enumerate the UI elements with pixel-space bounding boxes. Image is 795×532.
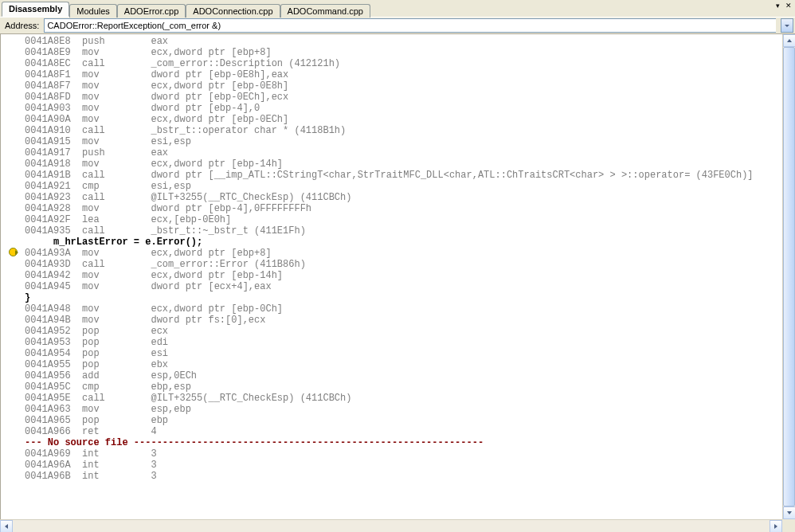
line-text: 0041A96B int 3 [25, 471, 179, 482]
disasm-line[interactable]: 0041A945 mov dword ptr [ecx+4],eax [1, 281, 794, 292]
line-text: 0041A915 mov esi,esp [25, 136, 197, 147]
line-text: 0041A90A mov ecx,dword ptr [ebp-0ECh] [25, 114, 294, 125]
line-text: 0041A92F lea ecx,[ebp-0E0h] [25, 214, 237, 225]
line-text: m_hrLastError = e.Error(); [25, 237, 202, 248]
line-text: 0041A93D call _com_error::Error (411B86h… [25, 259, 311, 270]
scroll-up-button[interactable] [783, 34, 795, 47]
disasm-line[interactable]: 0041A910 call _bstr_t::operator char * (… [1, 125, 794, 136]
line-text: 0041A95C cmp ebp,esp [25, 381, 197, 393]
disasm-line[interactable]: --- No source file ---------------------… [1, 437, 794, 448]
disasm-line[interactable]: 0041A96A int 3 [1, 460, 794, 471]
line-text: 0041A8FD mov dword ptr [ebp-0ECh],ecx [25, 92, 294, 103]
disassembly-view: 0041A8E8 push eax 0041A8E9 mov ecx,dword… [0, 34, 795, 519]
disasm-line[interactable]: } [1, 292, 794, 303]
dropdown-button[interactable]: ▾ [773, 2, 783, 11]
line-text: 0041A903 mov dword ptr [ebp-4],0 [25, 103, 265, 114]
horizontal-scrollbar[interactable] [0, 519, 782, 532]
disasm-line[interactable]: 0041A917 push eax [1, 147, 794, 158]
disasm-line[interactable]: 0041A8EC call _com_error::Description (4… [1, 58, 794, 69]
disasm-line[interactable]: 0041A91B call dword ptr [__imp_ATL::CStr… [1, 170, 794, 181]
disasm-line[interactable]: m_hrLastError = e.Error(); [1, 237, 794, 248]
tab-disassembly[interactable]: Disassembly [2, 2, 69, 17]
line-text: 0041A917 push eax [25, 147, 179, 158]
line-text: 0041A94B mov dword ptr fs:[0],ecx [25, 315, 272, 326]
line-text: 0041A942 mov ecx,dword ptr [ebp-14h] [25, 270, 288, 281]
disasm-line[interactable]: 0041A95C cmp ebp,esp [1, 381, 794, 393]
vertical-scroll-thumb[interactable] [783, 47, 795, 507]
line-text: 0041A96A int 3 [25, 460, 179, 471]
disasm-line[interactable]: 0041A953 pop edi [1, 337, 794, 348]
disasm-line[interactable]: 0041A942 mov ecx,dword ptr [ebp-14h] [1, 270, 794, 281]
disasm-line[interactable]: 0041A923 call @ILT+3255(__RTC_CheckEsp) … [1, 192, 794, 203]
disasm-line[interactable]: 0041A90A mov ecx,dword ptr [ebp-0ECh] [1, 114, 794, 125]
disasm-line[interactable]: 0041A963 mov esp,ebp [1, 404, 794, 415]
line-text: 0041A910 call _bstr_t::operator char * (… [25, 125, 351, 136]
disasm-line[interactable]: 0041A955 pop ebx [1, 359, 794, 370]
disasm-line[interactable]: 0041A94B mov dword ptr fs:[0],ecx [1, 315, 794, 326]
line-text: 0041A952 pop ecx [25, 326, 179, 337]
disasm-line[interactable]: 0041A966 ret 4 [1, 426, 794, 437]
disasm-line[interactable]: 0041A928 mov dword ptr [ebp-4],0FFFFFFFF… [1, 203, 794, 214]
line-text: 0041A956 add esp,0ECh [25, 370, 202, 381]
disasm-line[interactable]: 0041A948 mov ecx,dword ptr [ebp-0Ch] [1, 303, 794, 315]
disasm-line[interactable]: 0041A93D call _com_error::Error (411B86h… [1, 259, 794, 270]
tab-modules[interactable]: Modules [69, 4, 117, 18]
disasm-line[interactable]: 0041A96B int 3 [1, 471, 794, 482]
tab-bar: Disassembly Modules ADOError.cpp ADOConn… [0, 0, 795, 17]
line-text: 0041A945 mov dword ptr [ecx+4],eax [25, 281, 277, 292]
line-text: 0041A8F7 mov ecx,dword ptr [ebp-0E8h] [25, 80, 294, 92]
line-text: 0041A91B call dword ptr [__imp_ATL::CStr… [25, 170, 759, 181]
scrollbar-corner [782, 519, 795, 532]
disasm-line[interactable]: 0041A918 mov ecx,dword ptr [ebp-14h] [1, 158, 794, 170]
disasm-line[interactable]: 0041A8F7 mov ecx,dword ptr [ebp-0E8h] [1, 80, 794, 92]
line-text: 0041A928 mov dword ptr [ebp-4],0FFFFFFFF… [25, 203, 317, 214]
address-input[interactable] [44, 18, 776, 33]
disasm-line[interactable]: 0041A92F lea ecx,[ebp-0E0h] [1, 214, 794, 225]
disasm-line[interactable]: 0041A935 call _bstr_t::~_bstr_t (411E1Fh… [1, 225, 794, 237]
arrow-left-icon [5, 524, 8, 529]
line-text: 0041A923 call @ILT+3255(__RTC_CheckEsp) … [25, 192, 358, 203]
disasm-line[interactable]: 0041A915 mov esi,esp [1, 136, 794, 147]
disasm-line[interactable]: 0041A921 cmp esi,esp [1, 181, 794, 192]
disasm-line[interactable]: 0041A93A mov ecx,dword ptr [ebp+8] [1, 248, 794, 259]
line-text: 0041A955 pop ebx [25, 359, 179, 370]
line-text: 0041A8E9 mov ecx,dword ptr [ebp+8] [25, 47, 277, 58]
disasm-line[interactable]: 0041A969 int 3 [1, 448, 794, 460]
line-text: 0041A963 mov esp,ebp [25, 404, 197, 415]
tab-adoerror[interactable]: ADOError.cpp [117, 4, 186, 18]
disasm-line[interactable]: 0041A8F1 mov dword ptr [ebp-0E8h],eax [1, 69, 794, 80]
arrow-down-icon [787, 511, 792, 514]
disasm-line[interactable]: 0041A952 pop ecx [1, 326, 794, 337]
gutter [1, 248, 25, 260]
address-dropdown-button[interactable] [781, 18, 793, 33]
close-button[interactable]: ✕ [783, 2, 793, 11]
tab-adoconnection[interactable]: ADOConnection.cpp [186, 4, 280, 18]
disasm-line[interactable]: 0041A965 pop ebp [1, 415, 794, 426]
disasm-line[interactable]: 0041A954 pop esi [1, 348, 794, 359]
line-text: 0041A93A mov ecx,dword ptr [ebp+8] [25, 248, 277, 259]
disasm-line[interactable]: 0041A8E9 mov ecx,dword ptr [ebp+8] [1, 47, 794, 58]
disasm-line[interactable]: 0041A903 mov dword ptr [ebp-4],0 [1, 103, 794, 114]
disasm-line[interactable]: 0041A8E8 push eax [1, 36, 794, 47]
disasm-line[interactable]: 0041A956 add esp,0ECh [1, 370, 794, 381]
line-text: 0041A969 int 3 [25, 448, 179, 460]
tab-adocommand[interactable]: ADOCommand.cpp [280, 4, 370, 18]
disasm-line[interactable]: 0041A95E call @ILT+3255(__RTC_CheckEsp) … [1, 393, 794, 404]
address-bar: Address: [0, 17, 795, 34]
scroll-left-button[interactable] [0, 520, 13, 532]
line-text: } [25, 292, 30, 303]
vertical-scrollbar[interactable] [782, 34, 795, 519]
line-text: 0041A8EC call _com_error::Description (4… [25, 58, 346, 69]
chevron-down-icon [785, 25, 789, 27]
disasm-line[interactable]: 0041A8FD mov dword ptr [ebp-0ECh],ecx [1, 92, 794, 103]
line-text: 0041A966 ret 4 [25, 426, 179, 437]
line-text: 0041A8F1 mov dword ptr [ebp-0E8h],eax [25, 69, 294, 80]
scroll-down-button[interactable] [783, 507, 795, 519]
scroll-right-button[interactable] [770, 520, 782, 532]
line-text: 0041A965 pop ebp [25, 415, 179, 426]
line-text: 0041A8E8 push eax [25, 36, 179, 47]
line-text: 0041A95E call @ILT+3255(__RTC_CheckEsp) … [25, 393, 358, 404]
line-text: --- No source file ---------------------… [25, 437, 484, 448]
line-text: 0041A953 pop edi [25, 337, 179, 348]
line-text: 0041A954 pop esi [25, 348, 179, 359]
